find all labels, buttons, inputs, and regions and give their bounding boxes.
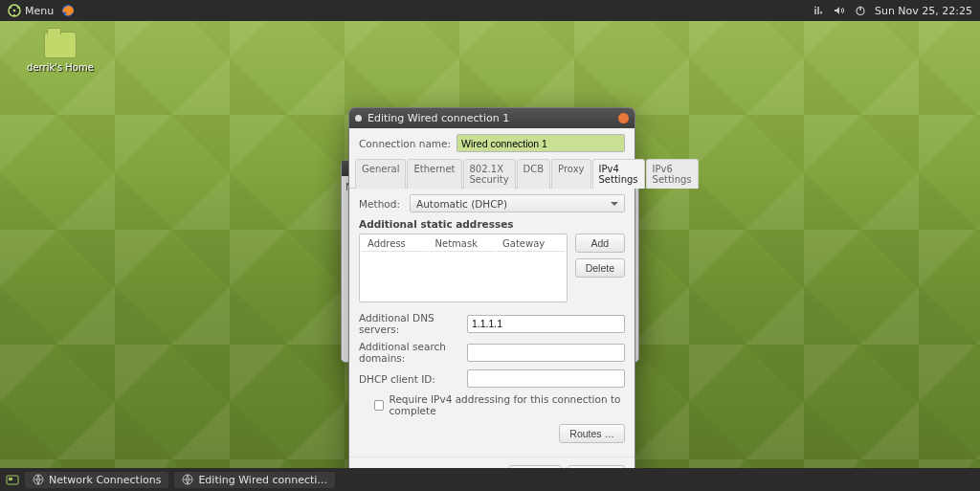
delete-button[interactable]: Delete	[575, 258, 625, 278]
show-desktop-icon[interactable]	[6, 473, 19, 486]
close-icon[interactable]	[618, 113, 629, 123]
dhcp-client-id-label: DHCP client ID:	[359, 373, 459, 385]
static-addresses-header: Additional static addresses	[359, 218, 625, 230]
taskbar-item-label: Editing Wired connecti…	[198, 474, 327, 486]
require-ipv4-label: Require IPv4 addressing for this connect…	[390, 393, 625, 416]
desktop-icon-label: derrik's Home	[27, 62, 94, 73]
dhcp-client-id-input[interactable]	[467, 369, 625, 388]
dialog-title: Editing Wired connection 1	[368, 112, 612, 124]
dns-servers-input[interactable]	[467, 315, 625, 333]
dns-servers-label: Additional DNS servers:	[359, 312, 459, 335]
tab-dcb[interactable]: DCB	[517, 159, 551, 189]
taskbar-editing-connection[interactable]: Editing Wired connecti…	[174, 472, 335, 488]
taskbar-item-label: Network Connections	[49, 474, 161, 486]
volume-icon[interactable]	[833, 4, 846, 17]
taskbar-network-connections[interactable]: Network Connections	[25, 472, 168, 488]
method-dropdown[interactable]: Automatic (DHCP)	[410, 194, 625, 212]
tab-proxy[interactable]: Proxy	[551, 159, 590, 189]
svg-point-1	[13, 10, 16, 12]
search-domains-label: Additional search domains:	[359, 341, 459, 364]
connection-name-label: Connection name:	[359, 138, 451, 149]
tab-bar: General Ethernet 802.1X Security DCB Pro…	[349, 158, 635, 189]
clock-text[interactable]: Sun Nov 25, 22:25	[875, 5, 972, 17]
tab-general[interactable]: General	[355, 159, 406, 189]
network-connections-icon	[33, 474, 44, 485]
search-domains-input[interactable]	[467, 344, 625, 362]
window-menu-icon[interactable]	[355, 115, 362, 122]
add-button[interactable]: Add	[575, 234, 625, 253]
edit-connection-dialog: Editing Wired connection 1 Connection na…	[348, 107, 635, 491]
tab-ipv4-settings[interactable]: IPv4 Settings	[592, 159, 645, 189]
svg-point-3	[10, 7, 11, 9]
desktop-home-folder[interactable]: derrik's Home	[27, 32, 94, 89]
require-ipv4-checkbox[interactable]	[374, 400, 384, 411]
bottom-panel: Network Connections Editing Wired connec…	[0, 468, 980, 491]
col-gateway[interactable]: Gateway	[497, 236, 565, 252]
col-netmask[interactable]: Netmask	[430, 236, 496, 252]
method-label: Method:	[359, 198, 402, 210]
tab-ethernet[interactable]: Ethernet	[407, 159, 461, 189]
folder-icon	[44, 32, 77, 58]
method-value: Automatic (DHCP)	[416, 198, 507, 210]
menu-label: Menu	[25, 5, 54, 17]
static-addresses-table[interactable]: Address Netmask Gateway	[359, 234, 568, 302]
menu-button[interactable]: Menu	[8, 4, 54, 17]
ubuntu-mate-logo-icon	[8, 4, 21, 17]
col-address[interactable]: Address	[362, 236, 428, 252]
power-icon[interactable]	[854, 4, 867, 17]
dialog-titlebar[interactable]: Editing Wired connection 1	[349, 108, 635, 128]
svg-point-2	[17, 7, 19, 9]
connection-name-input[interactable]	[457, 134, 625, 152]
tab-8021x-security[interactable]: 802.1X Security	[463, 159, 516, 189]
svg-rect-9	[9, 478, 12, 480]
firefox-icon[interactable]	[61, 4, 75, 17]
tab-ipv6-settings[interactable]: IPv6 Settings	[646, 159, 699, 189]
svg-point-4	[13, 14, 15, 16]
network-connections-icon	[182, 474, 193, 485]
top-panel: Menu Sun Nov 25, 22:25	[0, 0, 980, 21]
routes-button[interactable]: Routes …	[559, 424, 625, 443]
network-icon[interactable]	[812, 4, 825, 17]
